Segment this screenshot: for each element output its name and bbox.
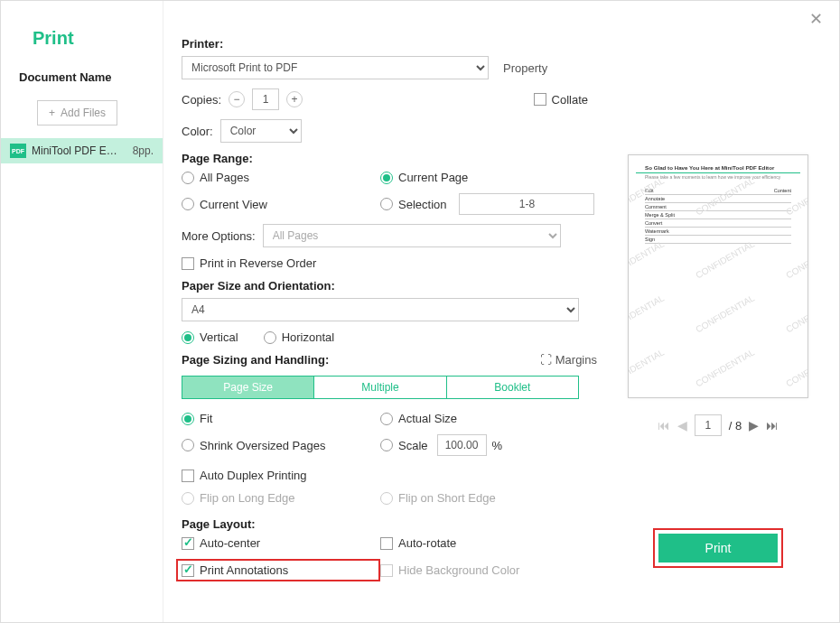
shrink-radio[interactable] [182, 439, 194, 451]
more-options-select[interactable]: All Pages [263, 224, 561, 247]
margins-icon: ⛶ [540, 353, 552, 367]
actual-size-label: Actual Size [398, 412, 457, 425]
sizing-label: Page Sizing and Handling: [182, 353, 329, 367]
horizontal-radio[interactable] [264, 331, 276, 344]
current-page-label: Current Page [398, 171, 468, 184]
fit-label: Fit [200, 412, 212, 425]
auto-rotate-label: Auto-rotate [398, 536, 456, 550]
page-range-label: Page Range: [182, 152, 597, 165]
last-page-button[interactable]: ⏭ [766, 418, 779, 432]
print-button-highlight: Print [653, 528, 784, 568]
printer-select[interactable]: Microsoft Print to PDF [182, 56, 489, 79]
auto-duplex-label: Auto Duplex Printing [200, 469, 307, 482]
pdf-icon: PDF [10, 144, 26, 158]
flip-short-label: Flip on Short Edge [398, 491, 496, 505]
shrink-label: Shrink Oversized Pages [200, 439, 325, 452]
copies-increment[interactable]: + [286, 91, 303, 107]
page-total: / 8 [729, 419, 742, 432]
more-options-label: More Options: [182, 229, 256, 243]
color-select[interactable]: Color [220, 119, 302, 143]
dialog-title: Print [1, 19, 163, 58]
add-files-button[interactable]: + Add Files [37, 100, 117, 126]
preview-pager: ⏮ ◀ / 8 ▶ ⏭ [658, 414, 779, 436]
file-item[interactable]: PDF MiniTool PDF E… 8pp. [1, 138, 163, 163]
document-name-label: Document Name [1, 58, 163, 91]
close-button[interactable]: ✕ [804, 8, 828, 30]
left-panel: Print Document Name + Add Files PDF Mini… [1, 1, 163, 622]
all-pages-label: All Pages [200, 171, 249, 184]
auto-rotate-checkbox[interactable] [380, 537, 393, 550]
copies-decrement[interactable]: − [229, 91, 245, 107]
current-view-radio[interactable] [182, 198, 194, 210]
page-input[interactable] [695, 414, 722, 436]
flip-long-radio [182, 492, 194, 505]
print-annotations-checkbox[interactable] [182, 564, 194, 577]
copies-input[interactable] [252, 88, 279, 110]
auto-center-checkbox[interactable] [182, 537, 194, 550]
copies-label: Copies: [182, 93, 221, 107]
auto-duplex-checkbox[interactable] [182, 470, 194, 482]
reverse-order-label: Print in Reverse Order [200, 256, 316, 270]
property-link[interactable]: Property [503, 61, 547, 75]
color-label: Color: [182, 125, 213, 138]
preview-title: So Glad to Have You Here at MiniTool PDF… [636, 155, 800, 173]
scale-label: Scale [398, 439, 428, 452]
tab-multiple[interactable]: Multiple [313, 377, 445, 398]
print-annotations-highlight: Print Annotations [176, 559, 380, 581]
current-view-label: Current View [200, 198, 267, 211]
selection-label: Selection [398, 198, 446, 211]
selection-input[interactable] [459, 193, 594, 215]
tab-booklet[interactable]: Booklet [446, 377, 578, 398]
actual-size-radio[interactable] [380, 413, 393, 425]
main-panel: Printer: Microsoft Print to PDF Property… [163, 1, 604, 622]
vertical-label: Vertical [200, 330, 238, 344]
flip-short-radio [380, 492, 393, 505]
right-panel: So Glad to Have You Here at MiniTool PDF… [604, 1, 839, 622]
collate-checkbox[interactable] [534, 93, 546, 106]
add-files-label: Add Files [61, 107, 106, 119]
first-page-button[interactable]: ⏮ [658, 418, 670, 432]
collate-label: Collate [552, 93, 588, 107]
print-dialog: ✕ Print Document Name + Add Files PDF Mi… [0, 0, 840, 623]
auto-center-label: Auto-center [200, 536, 260, 550]
plus-icon: + [49, 107, 55, 119]
all-pages-radio[interactable] [182, 172, 194, 184]
next-page-button[interactable]: ▶ [749, 418, 759, 432]
page-layout-label: Page Layout: [182, 517, 597, 531]
paper-size-select[interactable]: A4 [182, 298, 579, 321]
scale-input[interactable] [437, 434, 487, 456]
margins-button[interactable]: ⛶ Margins [540, 353, 597, 367]
paper-label: Paper Size and Orientation: [182, 279, 597, 293]
print-annotations-label: Print Annotations [200, 563, 288, 577]
hide-bg-label: Hide Background Color [398, 563, 519, 577]
print-button[interactable]: Print [658, 534, 779, 563]
percent-label: % [492, 439, 503, 452]
selection-radio[interactable] [380, 198, 393, 210]
fit-radio[interactable] [182, 413, 194, 425]
sizing-tabs: Page Size Multiple Booklet [182, 376, 579, 399]
file-name: MiniTool PDF E… [32, 144, 127, 157]
vertical-radio[interactable] [182, 331, 194, 344]
flip-long-label: Flip on Long Edge [200, 491, 295, 505]
tab-page-size[interactable]: Page Size [182, 377, 313, 398]
scale-radio[interactable] [380, 439, 393, 451]
print-preview: So Glad to Have You Here at MiniTool PDF… [628, 154, 808, 398]
margins-label: Margins [555, 353, 597, 367]
current-page-radio[interactable] [380, 172, 393, 184]
horizontal-label: Horizontal [282, 330, 335, 344]
printer-label: Printer: [182, 37, 597, 51]
hide-bg-checkbox [380, 564, 393, 577]
file-pages: 8pp. [133, 144, 154, 157]
reverse-order-checkbox[interactable] [182, 257, 194, 270]
prev-page-button[interactable]: ◀ [677, 418, 687, 432]
